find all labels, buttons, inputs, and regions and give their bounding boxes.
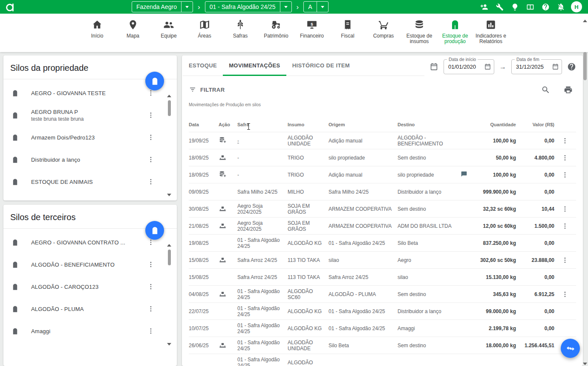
book-button[interactable] [526, 3, 534, 11]
row-menu-button[interactable] [561, 222, 569, 230]
scroll-up-icon[interactable] [167, 95, 171, 97]
cell-origem: 01 - Safra Algodão 24/25 [329, 308, 398, 314]
date-range-controls: Data de início 01/01/2020 → Data de fim … [429, 55, 576, 74]
silo-list-item[interactable]: ALGODÃO - PLUMA [3, 298, 177, 320]
nav-item-map-pin[interactable]: Mapa [117, 19, 149, 52]
tab-histórico-de-item[interactable]: HISTÓRICO DE ITEM [286, 55, 356, 76]
print-button[interactable] [564, 85, 573, 94]
item-menu-button[interactable] [147, 283, 155, 290]
row-menu-button[interactable] [561, 290, 569, 298]
cell-insumo: TRIGO [288, 172, 329, 178]
nav-item-home[interactable]: Início [81, 19, 113, 52]
scroll-down-icon[interactable] [167, 343, 171, 346]
arrow-right-icon: → [499, 63, 506, 71]
nav-item-people[interactable]: Equipe [153, 19, 185, 52]
field-selector[interactable]: A [303, 1, 328, 12]
col-acao: Ação [219, 122, 237, 128]
silo-list-item[interactable]: ESTOQUE DE ANIMAIS [3, 171, 177, 193]
tab-label: HISTÓRICO DE ITEM [292, 62, 350, 69]
tab-estoque[interactable]: ESTOQUE [183, 55, 223, 76]
cell-valor: 1.500,00 [519, 223, 558, 229]
scroll-up-icon[interactable] [583, 20, 587, 22]
cell-destino: silao [398, 274, 461, 280]
item-menu-button[interactable] [147, 178, 155, 186]
row-menu-button[interactable] [561, 205, 569, 213]
calendar-icon[interactable] [552, 63, 559, 70]
item-menu-button[interactable] [147, 305, 155, 313]
aegro-logo-icon[interactable] [5, 2, 16, 12]
search-button[interactable] [541, 85, 550, 94]
row-menu-button[interactable] [561, 171, 569, 179]
cell-data: 21/08/25 [189, 223, 219, 229]
silo-list-item[interactable]: Distribuidor a lanço [3, 148, 177, 171]
lightbulb-button[interactable] [511, 3, 519, 11]
item-menu-button[interactable] [147, 111, 155, 119]
row-menu-button[interactable] [561, 137, 569, 145]
notifications-off-button[interactable] [557, 3, 565, 11]
date-start-field[interactable]: Data de início 01/01/2020 [444, 59, 494, 74]
nav-item-label: Financeiro [300, 33, 324, 39]
silo-list-item[interactable]: Armazem Dois/Pedro123 [3, 126, 177, 148]
silo-subtitle: teste bruna teste bruna [31, 116, 84, 122]
comment-flag-icon[interactable] [461, 171, 467, 177]
scroll-down-icon[interactable] [167, 194, 171, 196]
row-menu-button[interactable] [561, 256, 569, 264]
date-end-field[interactable]: Data de fim 31/12/2025 [511, 59, 562, 74]
scrollbar-thumb[interactable] [168, 100, 171, 116]
silo-list-item[interactable]: Amaggi [3, 320, 177, 342]
add-own-silo-button[interactable] [145, 72, 164, 90]
scrollbar-thumb[interactable] [168, 250, 171, 265]
avatar[interactable]: H [571, 1, 582, 12]
scroll-up-icon[interactable] [167, 244, 171, 247]
tab-movimentações[interactable]: MOVIMENTAÇÕES [223, 55, 286, 76]
cell-safra[interactable]: - [237, 138, 288, 144]
nav-item-cart[interactable]: Compras [367, 19, 400, 52]
nav-item-map[interactable]: Áreas [188, 19, 221, 52]
calendar-icon[interactable] [484, 63, 491, 70]
cell-origem: ARMAZEM COOPERATIVA [329, 206, 398, 212]
add-third-party-silo-button[interactable] [145, 221, 164, 240]
silo-list-item[interactable]: AEGRO BRUNA P teste bruna teste bruna [3, 104, 177, 126]
row-menu-button[interactable] [561, 154, 569, 162]
item-menu-button[interactable] [147, 156, 155, 163]
nav-item-wheat[interactable]: Safras [224, 19, 257, 52]
table-row: 18/09/25 - TRIGO Adição manual silo prop… [189, 166, 576, 183]
own-list-scrollbar[interactable] [167, 95, 171, 196]
cell-quantidade: 99.000,00 kg [472, 308, 519, 314]
nav-item-receipt[interactable]: Fiscal [331, 19, 364, 52]
item-menu-button[interactable] [147, 327, 155, 335]
cell-origem: Silo Beta [329, 343, 398, 349]
third-list-scrollbar[interactable] [167, 244, 171, 346]
cell-origem: Safra Arroz 24/25 [329, 274, 398, 280]
nav-item-database[interactable]: Estoque de insumos [403, 19, 435, 52]
nav-item-silo[interactable]: Estoque de produção [439, 19, 471, 52]
silo-name: Armazem Dois/Pedro123 [31, 134, 95, 141]
help-button[interactable] [567, 62, 576, 71]
filter-button[interactable]: FILTRAR [189, 86, 225, 93]
silo-name: AEGRO - GIOVANNA CONTRATO ... [31, 239, 125, 246]
farm-selector[interactable]: Fazenda Aegro [132, 1, 193, 12]
scrollbar-thumb[interactable] [583, 52, 587, 80]
window-scrollbar[interactable] [583, 20, 587, 365]
filter-label: FILTRAR [200, 87, 225, 93]
transfer-fab-button[interactable] [561, 339, 580, 358]
cell-valor: 10,44 [519, 206, 558, 212]
nav-item-tractor[interactable]: Patrimônio [260, 19, 292, 52]
cell-valor: 6.912,25 [519, 291, 558, 297]
cell-valor: 0,00 [519, 189, 558, 195]
wrench-button[interactable] [496, 3, 504, 11]
calendar-button[interactable] [429, 62, 438, 71]
nav-item-bar-chart[interactable]: Indicadores e Relatórios [475, 19, 507, 52]
nav-item-monitor-money[interactable]: $ Financeiro [296, 19, 328, 52]
item-menu-button[interactable] [147, 261, 155, 268]
silo-list-item[interactable]: ALGODÃO - CAROÇO123 [3, 276, 177, 298]
date-start-label: Data de início [447, 57, 478, 62]
scroll-down-icon[interactable] [583, 363, 587, 365]
help-icon [542, 3, 550, 11]
cell-valor: 0,00 [519, 240, 558, 246]
item-menu-button[interactable] [147, 134, 155, 141]
harvest-selector[interactable]: 01 - Safra Algodão 24/25 [205, 1, 292, 12]
help-button[interactable] [542, 3, 550, 11]
person-add-button[interactable] [480, 3, 488, 11]
silo-list-item[interactable]: ALGODÃO - BENEFICIAMENTO [3, 253, 177, 276]
